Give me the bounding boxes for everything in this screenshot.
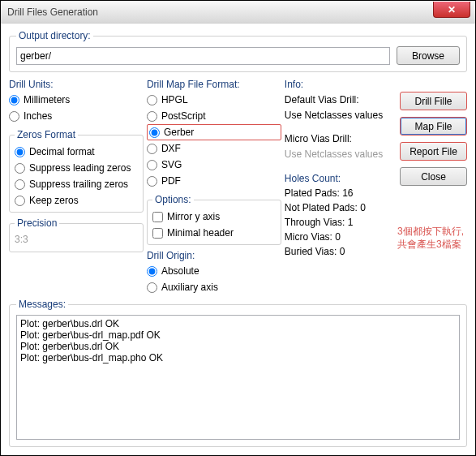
radio-dxf[interactable] xyxy=(147,144,157,154)
titlebar: Drill Files Generation ✕ xyxy=(1,1,475,24)
info-legend: Info: xyxy=(285,79,397,90)
drill-units-legend: Drill Units: xyxy=(9,79,144,90)
gerber-highlight: Gerber xyxy=(147,124,281,140)
radio-millimeters[interactable] xyxy=(9,95,19,105)
radio-keep-zeros[interactable] xyxy=(15,196,25,206)
messages-group: Messages: Plot: gerber\bus.drl OK Plot: … xyxy=(9,299,467,447)
label-gerber[interactable]: Gerber xyxy=(164,127,194,138)
label-keep-zeros[interactable]: Keep zeros xyxy=(29,195,79,206)
annotation-text: 3個都按下執行, 共會產生3檔案 xyxy=(397,225,464,251)
radio-postscript[interactable] xyxy=(147,111,157,122)
label-svg[interactable]: SVG xyxy=(161,159,182,170)
radio-svg[interactable] xyxy=(147,160,157,170)
info-use-netclasses-2: Use Netclasses values xyxy=(285,147,397,161)
radio-absolute[interactable] xyxy=(147,266,157,277)
info-default-vias: Default Vias Drill: xyxy=(285,92,397,108)
check-mirror-y[interactable] xyxy=(152,212,163,222)
client-area: Output directory: Browse Drill Units: Mi… xyxy=(1,24,475,455)
label-suppress-leading[interactable]: Suppress leading zeros xyxy=(29,162,131,174)
label-inches[interactable]: Inches xyxy=(24,110,52,122)
label-millimeters[interactable]: Millimeters xyxy=(24,94,70,105)
label-auxiliary[interactable]: Auxiliary axis xyxy=(161,282,218,293)
radio-gerber[interactable] xyxy=(149,127,160,138)
info-micro-vias: Micro Vias Drill: xyxy=(285,131,397,147)
close-button[interactable]: Close xyxy=(400,167,467,186)
radio-suppress-trailing[interactable] xyxy=(15,179,25,190)
radio-inches[interactable] xyxy=(9,111,19,122)
label-postscript[interactable]: PostScript xyxy=(161,110,206,122)
options-group: Options: Mirror y axis Minimal header xyxy=(147,194,281,245)
browse-button[interactable]: Browse xyxy=(397,46,460,65)
annotation-line2: 共會產生3檔案 xyxy=(397,238,464,251)
drill-file-button[interactable]: Drill Fille xyxy=(400,92,467,110)
radio-pdf[interactable] xyxy=(147,176,157,187)
close-icon: ✕ xyxy=(448,4,456,15)
holes-notplated: Not Plated Pads: 0 xyxy=(285,200,397,215)
zeros-format-legend: Zeros Format xyxy=(15,129,78,140)
messages-legend: Messages: xyxy=(16,299,68,310)
report-file-button[interactable]: Report File xyxy=(400,142,467,161)
precision-legend: Precision xyxy=(15,217,59,229)
holes-plated: Plated Pads: 16 xyxy=(285,186,397,200)
drill-origin-legend: Drill Origin: xyxy=(147,250,281,261)
radio-hpgl[interactable] xyxy=(147,95,157,105)
radio-decimal[interactable] xyxy=(15,147,25,157)
window-close-button[interactable]: ✕ xyxy=(433,2,470,18)
window-title: Drill Files Generation xyxy=(7,6,98,18)
label-decimal[interactable]: Decimal format xyxy=(29,146,95,157)
label-dxf[interactable]: DXF xyxy=(161,143,181,154)
output-directory-input[interactable] xyxy=(16,47,390,65)
check-minimal-header[interactable] xyxy=(152,228,163,239)
radio-suppress-leading[interactable] xyxy=(15,163,25,174)
holes-buried: Buried Vias: 0 xyxy=(285,244,397,259)
output-directory-legend: Output directory: xyxy=(16,30,93,41)
radio-auxiliary[interactable] xyxy=(147,282,157,293)
options-legend: Options: xyxy=(152,194,194,205)
dialog-window: Drill Files Generation ✕ Output director… xyxy=(0,0,476,456)
messages-text[interactable]: Plot: gerber\bus.drl OK Plot: gerber\bus… xyxy=(16,315,460,440)
label-pdf[interactable]: PDF xyxy=(161,175,181,187)
holes-micro: Micro Vias: 0 xyxy=(285,230,397,244)
precision-value: 3:3 xyxy=(15,232,138,248)
info-use-netclasses-1: Use Netclasses values xyxy=(285,108,397,123)
annotation-line1: 3個都按下執行, xyxy=(397,225,464,238)
middle-columns: Drill Units: Millimeters Inches Zeros Fo… xyxy=(9,79,467,295)
map-format-legend: Drill Map File Format: xyxy=(147,79,281,90)
label-minimal-header[interactable]: Minimal header xyxy=(167,227,234,239)
label-hpgl[interactable]: HPGL xyxy=(161,94,188,105)
zeros-format-group: Zeros Format Decimal format Suppress lea… xyxy=(9,129,144,213)
label-suppress-trailing[interactable]: Suppress trailing zeros xyxy=(29,179,128,190)
label-mirror-y[interactable]: Mirror y axis xyxy=(167,211,220,222)
map-file-button[interactable]: Map File xyxy=(400,117,467,136)
output-directory-group: Output directory: Browse xyxy=(9,30,467,72)
precision-group: Precision 3:3 xyxy=(9,217,144,252)
holes-through: Through Vias: 1 xyxy=(285,215,397,230)
label-absolute[interactable]: Absolute xyxy=(161,265,199,277)
holes-count-legend: Holes Count: xyxy=(285,173,397,184)
